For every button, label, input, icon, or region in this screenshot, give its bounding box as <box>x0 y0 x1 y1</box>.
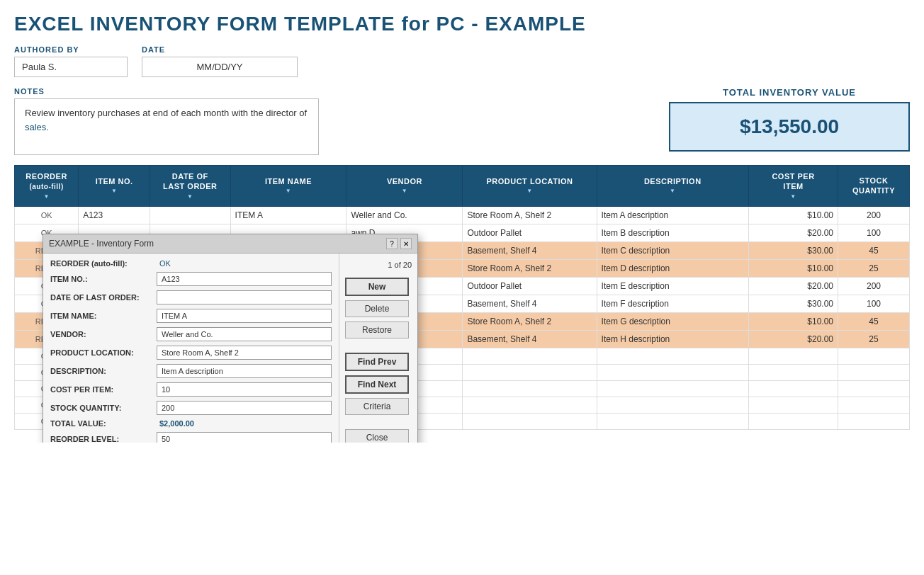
cell-cost <box>748 364 838 380</box>
dialog-close-button[interactable]: ✕ <box>400 238 412 249</box>
dialog-titlebar: EXAMPLE - Inventory Form ? ✕ <box>43 234 417 254</box>
cell-description <box>597 364 748 380</box>
notes-block: NOTES Review inventory purchases at end … <box>14 87 319 155</box>
th-item-no[interactable]: ITEM NO.▼ <box>79 166 150 207</box>
th-reorder[interactable]: REORDER(auto-fill)▼ <box>15 166 79 207</box>
dialog-overlay: EXAMPLE - Inventory Form ? ✕ REORDER (au… <box>43 234 418 443</box>
cell-qty: 100 <box>838 224 910 241</box>
cell-description <box>597 348 748 364</box>
form-input-field[interactable] <box>157 401 332 415</box>
form-input-field[interactable] <box>157 327 332 341</box>
cell-qty: 100 <box>838 295 910 312</box>
cell-cost: $20.00 <box>748 330 838 348</box>
total-inventory-block: TOTAL INVENTORY VALUE $13,550.00 <box>340 87 910 152</box>
table-row[interactable]: OK A123 ITEM A Weller and Co. Store Room… <box>15 206 910 224</box>
dialog-controls: ? ✕ <box>386 238 412 249</box>
cell-qty: 25 <box>838 259 910 277</box>
lower-meta: NOTES Review inventory purchases at end … <box>14 87 910 155</box>
form-label: REORDER LEVEL: <box>50 435 157 443</box>
cell-location <box>463 397 597 413</box>
date-value[interactable]: MM/DD/YY <box>142 57 298 77</box>
cell-description: Item G description <box>597 312 748 330</box>
dialog-body: REORDER (auto-fill):OKITEM NO.:DATE OF L… <box>43 254 417 443</box>
cell-cost: $20.00 <box>748 277 838 295</box>
cell-cost <box>748 348 838 364</box>
form-row: COST PER ITEM: <box>50 382 332 397</box>
cell-cost <box>748 380 838 397</box>
th-stock-quantity[interactable]: STOCKQUANTITY <box>838 166 910 207</box>
notes-box[interactable]: Review inventory purchases at end of eac… <box>14 98 319 155</box>
cell-qty <box>838 364 910 380</box>
cell-item-name: ITEM A <box>230 206 346 224</box>
dialog-form: REORDER (auto-fill):OKITEM NO.:DATE OF L… <box>43 254 339 443</box>
cell-description: Item E description <box>597 277 748 295</box>
cell-description <box>597 397 748 413</box>
cell-qty <box>838 397 910 413</box>
cell-qty <box>838 348 910 364</box>
cell-description: Item D description <box>597 259 748 277</box>
form-input-field[interactable] <box>157 309 332 323</box>
delete-button[interactable]: Delete <box>345 300 409 317</box>
restore-button[interactable]: Restore <box>345 321 409 338</box>
th-cost-per-item[interactable]: COST PERITEM▼ <box>748 166 838 207</box>
criteria-button[interactable]: Criteria <box>345 398 409 415</box>
dialog-title: EXAMPLE - Inventory Form <box>49 239 154 249</box>
form-label: TOTAL VALUE: <box>50 419 157 428</box>
form-input-field[interactable] <box>157 364 332 378</box>
cell-location <box>463 364 597 380</box>
cell-qty: 45 <box>838 241 910 259</box>
cell-reorder: OK <box>15 206 79 224</box>
record-nav: 1 of 20 <box>345 261 412 269</box>
th-description[interactable]: DESCRIPTION▼ <box>597 166 748 207</box>
form-row: REORDER LEVEL: <box>50 432 332 443</box>
form-label: ITEM NO.: <box>50 275 157 283</box>
cell-location <box>463 380 597 397</box>
cell-qty: 25 <box>838 330 910 348</box>
find-prev-button[interactable]: Find Prev <box>345 353 409 371</box>
cell-description: Item B description <box>597 224 748 241</box>
form-input-field[interactable] <box>157 382 332 397</box>
cell-location: Basement, Shelf 4 <box>463 295 597 312</box>
form-label: DATE OF LAST ORDER: <box>50 293 157 302</box>
form-label: STOCK QUANTITY: <box>50 404 157 412</box>
cell-description <box>597 380 748 397</box>
form-label: PRODUCT LOCATION: <box>50 348 157 357</box>
form-row: TOTAL VALUE:$2,000.00 <box>50 419 332 428</box>
form-row: STOCK QUANTITY: <box>50 401 332 415</box>
meta-row: AUTHORED BY Paula S. DATE MM/DD/YY <box>14 45 910 77</box>
th-item-name[interactable]: ITEM NAME▼ <box>230 166 346 207</box>
form-input-field[interactable] <box>157 290 332 304</box>
cell-cost: $30.00 <box>748 241 838 259</box>
cell-qty: 200 <box>838 277 910 295</box>
cell-location: Outdoor Pallet <box>463 224 597 241</box>
cell-description: Item A description <box>597 206 748 224</box>
cell-location <box>463 413 597 429</box>
cell-vendor: Weller and Co. <box>346 206 463 224</box>
form-input-field[interactable] <box>157 432 332 443</box>
form-label: VENDOR: <box>50 330 157 338</box>
cell-cost: $20.00 <box>748 224 838 241</box>
cell-location: Store Room A, Shelf 2 <box>463 259 597 277</box>
cell-location <box>463 348 597 364</box>
cell-location: Basement, Shelf 4 <box>463 241 597 259</box>
authored-by-block: AUTHORED BY Paula S. <box>14 45 128 77</box>
th-product-location[interactable]: PRODUCT LOCATION▼ <box>463 166 597 207</box>
close-dialog-button[interactable]: Close <box>345 429 409 443</box>
form-input-field[interactable] <box>157 346 332 360</box>
cell-qty <box>838 413 910 429</box>
form-static-value: OK <box>157 259 171 268</box>
th-date-last-order[interactable]: DATE OFLAST ORDER▼ <box>150 166 230 207</box>
page-title: EXCEL INVENTORY FORM TEMPLATE for PC - E… <box>14 13 910 35</box>
date-block: DATE MM/DD/YY <box>142 45 298 77</box>
cell-description: Item F description <box>597 295 748 312</box>
th-vendor[interactable]: VENDOR▼ <box>346 166 463 207</box>
new-button[interactable]: New <box>345 278 409 296</box>
notes-text1: Review inventory purchases at end of eac… <box>25 108 307 118</box>
total-inventory-label: TOTAL INVENTORY VALUE <box>669 87 910 98</box>
cell-cost <box>748 397 838 413</box>
dialog-help-button[interactable]: ? <box>386 238 398 249</box>
find-next-button[interactable]: Find Next <box>345 375 409 394</box>
cell-description: Item H description <box>597 330 748 348</box>
form-input-field[interactable] <box>157 272 332 286</box>
form-row: VENDOR: <box>50 327 332 341</box>
